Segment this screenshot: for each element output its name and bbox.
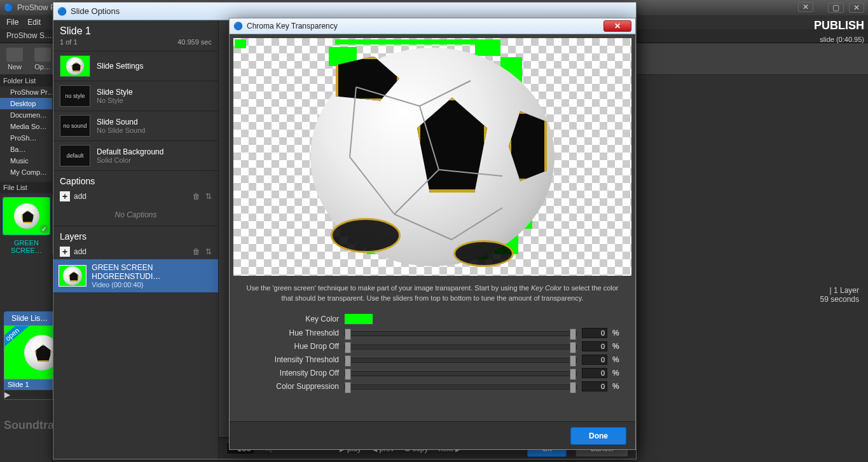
slider-handle-right[interactable]	[570, 329, 576, 340]
inner-window-close[interactable]: ✕	[798, 3, 813, 11]
add-layer-label: add	[74, 247, 86, 256]
slide-settings-row[interactable]: Slide Settings	[53, 51, 218, 81]
folder-item[interactable]: My Comp…	[0, 166, 52, 178]
row-thumb: default	[60, 145, 90, 166]
folder-item[interactable]: Ba…	[0, 144, 52, 155]
folder-item[interactable]: Documen…	[0, 109, 52, 121]
slider-track[interactable]	[344, 331, 577, 336]
chroma-description: Use the 'green screen' technique to make…	[230, 280, 635, 308]
slider-unit: %	[612, 329, 621, 337]
slider-unit: %	[612, 342, 621, 351]
row-title: Default Background	[97, 147, 163, 156]
file-thumb[interactable]: ✓	[3, 197, 50, 235]
app-icon: 🔵	[4, 3, 13, 12]
slide-settings-row[interactable]: no styleSlide StyleNo Style	[53, 81, 218, 111]
menu-file[interactable]: File	[6, 18, 18, 27]
slider-value[interactable]	[582, 328, 607, 338]
slide-settings-row[interactable]: defaultDefault BackgroundSolid Color	[53, 140, 218, 170]
slide-options-sidebar: Slide 1 1 of 1 40.959 sec Slide Settings…	[53, 20, 219, 459]
window-title: Slide Options	[71, 6, 120, 16]
slide-count: 1 of 1	[60, 38, 78, 46]
chroma-preview[interactable]	[233, 38, 631, 276]
toolbar-open[interactable]: Op…	[34, 48, 51, 71]
ball-icon	[63, 266, 82, 285]
slider-unit: %	[612, 355, 621, 364]
toolbar-new[interactable]: New	[6, 48, 23, 71]
slider-unit: %	[612, 369, 621, 377]
publish-label[interactable]: PUBLISH	[814, 19, 864, 32]
slider-label: Color Suppression	[244, 382, 339, 391]
folder-item[interactable]: ProSh…	[0, 132, 52, 144]
row-sub: No Slide Sound	[97, 126, 145, 134]
close-button[interactable]: ✕	[603, 20, 631, 32]
slider-track[interactable]	[344, 384, 577, 390]
soccer-ball-preview	[305, 43, 560, 271]
file-list-header: File List	[0, 182, 52, 193]
window-close-icon[interactable]: ✕	[849, 3, 864, 13]
chroma-footer: Done	[230, 421, 635, 449]
folder-item[interactable]: Music	[0, 155, 52, 166]
slider-value[interactable]	[582, 368, 607, 378]
layer-item[interactable]: GREEN SCREEN HDGREENSTUDI… Video (00:00:…	[53, 259, 218, 292]
reorder-icon[interactable]	[205, 247, 212, 256]
slider-intensity-drop-off: Intensity Drop Off%	[244, 368, 621, 378]
key-color-swatch[interactable]	[344, 313, 373, 325]
slider-intensity-threshold: Intensity Threshold%	[244, 355, 621, 365]
layer-sub: Video (00:00:40)	[92, 281, 213, 289]
add-caption-row[interactable]: + add	[53, 189, 218, 204]
row-sub: No Style	[97, 97, 133, 104]
slider-label: Hue Drop Off	[244, 342, 339, 351]
slider-handle-right[interactable]	[570, 355, 576, 367]
slider-handle-left[interactable]	[345, 382, 351, 393]
slider-label: Hue Threshold	[244, 329, 339, 337]
slider-handle-left[interactable]	[345, 342, 351, 353]
row-title: Slide Style	[97, 88, 133, 97]
layer-seconds: 59 seconds	[820, 295, 859, 304]
plus-icon: +	[60, 247, 70, 257]
ball-icon	[14, 203, 39, 229]
reorder-icon[interactable]	[205, 192, 212, 201]
slider-handle-right[interactable]	[570, 382, 576, 393]
slider-handle-right[interactable]	[570, 342, 576, 353]
row-thumb: no sound	[60, 115, 90, 137]
trash-icon[interactable]	[193, 247, 200, 256]
captions-header: Captions	[53, 170, 218, 189]
slide-duration: 40.959 sec	[177, 38, 212, 46]
chroma-key-dialog: 🔵 Chroma Key Transparency ✕	[229, 18, 636, 450]
slider-track[interactable]	[344, 358, 577, 363]
chroma-titlebar[interactable]: 🔵 Chroma Key Transparency ✕	[230, 18, 635, 34]
slider-handle-right[interactable]	[570, 369, 576, 380]
slider-value[interactable]	[582, 381, 607, 391]
slide-header: Slide 1	[53, 20, 218, 38]
slider-label: Intensity Threshold	[244, 355, 339, 364]
layers-header: Layers	[53, 226, 218, 244]
slider-track[interactable]	[344, 344, 577, 350]
slider-value[interactable]	[582, 341, 607, 351]
window-icon: 🔵	[57, 7, 67, 16]
outer-window-controls: ▢ ✕	[828, 3, 864, 13]
slider-handle-left[interactable]	[345, 355, 351, 367]
row-thumb: no style	[60, 85, 90, 107]
menu-edit[interactable]: Edit	[27, 18, 41, 27]
slider-label: Intensity Drop Off	[244, 369, 339, 377]
toolbar-new-label: New	[8, 63, 22, 71]
slider-handle-left[interactable]	[345, 329, 351, 340]
slider-track[interactable]	[344, 371, 577, 376]
done-button[interactable]: Done	[570, 427, 626, 445]
new-icon	[6, 48, 23, 62]
slider-handle-left[interactable]	[345, 369, 351, 380]
window-restore-icon[interactable]: ▢	[828, 3, 844, 13]
folder-item[interactable]: Desktop	[0, 98, 52, 109]
key-color-label: Key Color	[244, 315, 339, 323]
slider-value[interactable]	[582, 355, 607, 365]
slide-settings-row[interactable]: no soundSlide SoundNo Slide Sound	[53, 111, 218, 140]
folder-item[interactable]: ProShow Pr…	[0, 86, 52, 98]
trash-icon[interactable]	[193, 192, 200, 201]
add-layer-row[interactable]: + add	[53, 244, 218, 259]
no-captions: No Captions	[53, 204, 218, 226]
slider-color-suppression: Color Suppression%	[244, 381, 621, 391]
folder-item[interactable]: Media So…	[0, 121, 52, 132]
tab-proshow[interactable]: ProShow S…	[0, 29, 59, 43]
tab-slide-list[interactable]: Slide Lis…	[4, 311, 55, 325]
add-caption-label: add	[74, 192, 86, 201]
